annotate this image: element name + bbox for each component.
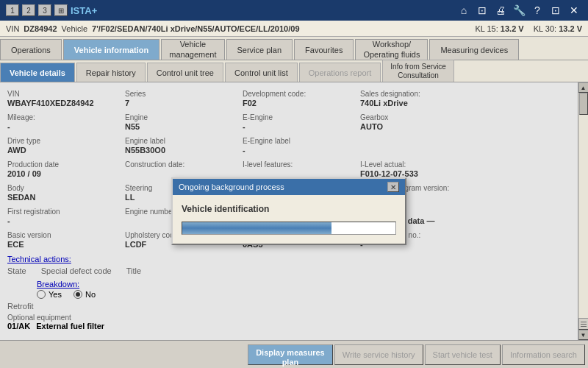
- scroll-up-btn[interactable]: ▲: [578, 82, 589, 93]
- information-search-btn[interactable]: Information search: [502, 344, 585, 365]
- scroll-lines: [578, 318, 589, 330]
- modal-overlay: Ongoing background process ✕ Vehicle ide…: [0, 82, 578, 340]
- vehicle-bar: VIN DZ84942 Vehicle 7'/F02/SEDAN/740Li x…: [0, 21, 588, 37]
- modal-body: Vehicle identification: [173, 195, 405, 244]
- main-content: VIN WBAYF410XEDZ84942 Series 7 Developme…: [0, 82, 578, 340]
- vin-label: VIN: [6, 24, 19, 33]
- scroll-down-btn[interactable]: ▼: [578, 330, 589, 340]
- vin-value: DZ84942: [24, 24, 57, 33]
- scroll-thumb[interactable]: [579, 93, 588, 115]
- modal-close-button[interactable]: ✕: [387, 182, 399, 192]
- title-bar-icons: ⌂ ⊡ 🖨 🔧 ? ⊡ ✕: [456, 2, 582, 18]
- bottom-toolbar: Display measuresplan Write service histo…: [0, 340, 588, 368]
- sub-tab-operations-report: Operations report: [299, 63, 381, 82]
- modal-body-title: Vehicle identification: [182, 204, 396, 214]
- tab-operations[interactable]: Operations: [0, 39, 62, 60]
- tab-service-plan[interactable]: Service plan: [226, 39, 293, 60]
- settings-icon-btn[interactable]: 🔧: [511, 2, 527, 18]
- kl-info: KL 15: 13.2 V KL 30: 13.2 V: [475, 24, 582, 33]
- screen-icon-btn[interactable]: ⊡: [474, 2, 490, 18]
- tab-favourites[interactable]: Favourites: [294, 39, 354, 60]
- minimize-icon-btn[interactable]: ⊡: [548, 2, 564, 18]
- tab-vehicle-information[interactable]: Vehicle information: [63, 39, 159, 60]
- main-nav: Operations Vehicle information Vehiclema…: [0, 37, 588, 60]
- sub-tab-control-unit-tree[interactable]: Control unit tree: [147, 63, 223, 82]
- tab-vehicle-management[interactable]: Vehiclemanagement: [161, 39, 224, 60]
- sub-tab-vehicle-details[interactable]: Vehicle details: [0, 63, 75, 82]
- progress-bar-fill: [182, 222, 331, 234]
- display-measures-btn[interactable]: Display measuresplan: [248, 344, 333, 365]
- title-btn-3[interactable]: 3: [38, 4, 51, 16]
- sub-nav: Vehicle details Repair history Control u…: [0, 60, 588, 82]
- kl30-label: KL 30:: [534, 24, 556, 33]
- start-vehicle-btn[interactable]: Start vehicle test: [425, 344, 501, 365]
- title-btn-grid[interactable]: ⊞: [54, 4, 68, 16]
- vehicle-label: Vehicle: [62, 24, 87, 33]
- title-bar: 1 2 3 ⊞ ISTA+ ⌂ ⊡ 🖨 🔧 ? ⊡ ✕: [0, 0, 588, 21]
- scrollbar-right: ▲ ▼: [578, 82, 588, 340]
- home-icon-btn[interactable]: ⌂: [456, 2, 472, 18]
- modal-title: Ongoing background process: [179, 183, 284, 191]
- sub-tab-info-service[interactable]: Info from ServiceConsultation: [382, 60, 454, 82]
- sub-tab-repair-history[interactable]: Repair history: [76, 63, 146, 82]
- close-icon-btn[interactable]: ✕: [566, 2, 582, 18]
- tab-workshop[interactable]: Workshop/Operating fluids: [355, 39, 428, 60]
- content-area: VIN WBAYF410XEDZ84942 Series 7 Developme…: [0, 82, 588, 340]
- kl15-value: 13.2 V: [501, 24, 524, 33]
- modal-dialog: Ongoing background process ✕ Vehicle ide…: [171, 177, 406, 245]
- help-icon-btn[interactable]: ?: [529, 2, 545, 18]
- title-bar-left: 1 2 3 ⊞ ISTA+: [6, 4, 103, 16]
- title-btn-2[interactable]: 2: [22, 4, 35, 16]
- sub-tab-control-unit-list[interactable]: Control unit list: [225, 63, 298, 82]
- progress-bar-container: [182, 222, 396, 235]
- write-service-btn[interactable]: Write service history: [334, 344, 423, 365]
- print-icon-btn[interactable]: 🖨: [492, 2, 509, 18]
- tab-measuring-devices[interactable]: Measuring devices: [429, 39, 519, 60]
- vehicle-value: 7'/F02/SEDAN/740Li xDrive/N55/AUTO/ECE/L…: [92, 24, 299, 33]
- kl30-value: 13.2 V: [559, 24, 582, 33]
- modal-header: Ongoing background process ✕: [173, 179, 405, 195]
- scroll-track[interactable]: [579, 93, 588, 318]
- kl15-label: KL 15:: [475, 24, 498, 33]
- app-title: ISTA+: [71, 5, 97, 16]
- title-btn-1[interactable]: 1: [6, 4, 19, 16]
